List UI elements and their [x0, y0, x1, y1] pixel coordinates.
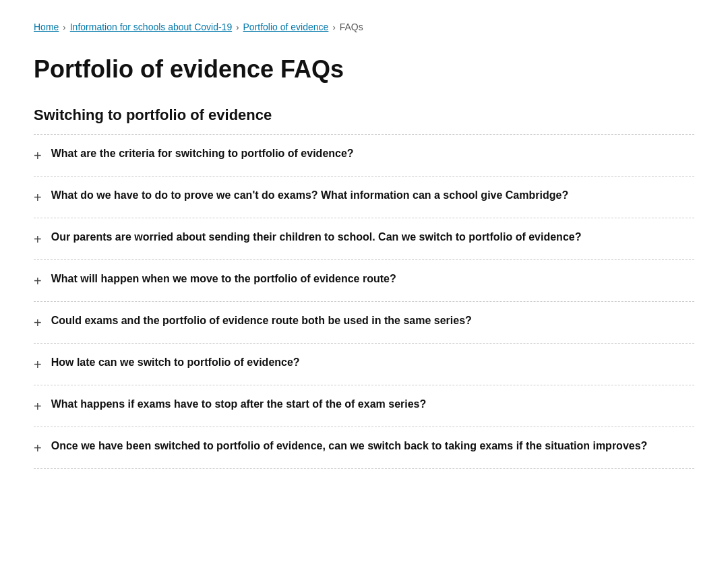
faq-question: What happens if exams have to stop after… — [51, 396, 427, 412]
faq-item: +Could exams and the portfolio of eviden… — [34, 302, 694, 344]
plus-icon: + — [34, 313, 42, 332]
faq-toggle-5[interactable]: +How late can we switch to portfolio of … — [34, 354, 694, 374]
faq-toggle-3[interactable]: +What will happen when we move to the po… — [34, 271, 694, 290]
plus-icon: + — [34, 355, 42, 374]
page-container: Home › Information for schools about Cov… — [0, 0, 728, 503]
faq-toggle-1[interactable]: +What do we have to do to prove we can't… — [34, 187, 694, 207]
breadcrumb-current: FAQs — [340, 20, 363, 34]
section-heading: Switching to portfolio of evidence — [34, 104, 694, 135]
faq-toggle-7[interactable]: +Once we have been switched to portfolio… — [34, 438, 694, 458]
faq-question: What are the criteria for switching to p… — [51, 146, 354, 162]
faq-item: +Once we have been switched to portfolio… — [34, 427, 694, 469]
faq-item: +What are the criteria for switching to … — [34, 135, 694, 177]
faq-question: Our parents are worried about sending th… — [51, 229, 582, 245]
faq-question: What will happen when we move to the por… — [51, 271, 396, 287]
breadcrumb-separator-2: › — [236, 21, 239, 34]
plus-icon: + — [34, 146, 42, 165]
faq-item: +What will happen when we move to the po… — [34, 260, 694, 302]
breadcrumb-portfolio[interactable]: Portfolio of evidence — [243, 20, 329, 34]
breadcrumb-home[interactable]: Home — [34, 20, 59, 34]
faq-toggle-6[interactable]: +What happens if exams have to stop afte… — [34, 396, 694, 416]
breadcrumb-separator-1: › — [63, 21, 65, 34]
faq-question: What do we have to do to prove we can't … — [51, 187, 568, 203]
plus-icon: + — [34, 272, 42, 290]
faq-question: Once we have been switched to portfolio … — [51, 438, 648, 454]
plus-icon: + — [34, 397, 42, 416]
plus-icon: + — [34, 230, 42, 249]
plus-icon: + — [34, 188, 42, 207]
breadcrumb: Home › Information for schools about Cov… — [34, 20, 694, 34]
faq-item: +How late can we switch to portfolio of … — [34, 344, 694, 385]
faq-toggle-4[interactable]: +Could exams and the portfolio of eviden… — [34, 313, 694, 332]
plus-icon: + — [34, 439, 42, 458]
faq-toggle-2[interactable]: +Our parents are worried about sending t… — [34, 229, 694, 249]
breadcrumb-separator-3: › — [332, 21, 335, 34]
faq-item: +What do we have to do to prove we can't… — [34, 177, 694, 218]
faq-item: +Our parents are worried about sending t… — [34, 218, 694, 260]
faq-question: How late can we switch to portfolio of e… — [51, 354, 300, 371]
faq-toggle-0[interactable]: +What are the criteria for switching to … — [34, 146, 694, 165]
faq-list: +What are the criteria for switching to … — [34, 135, 694, 469]
faq-item: +What happens if exams have to stop afte… — [34, 385, 694, 427]
faq-question: Could exams and the portfolio of evidenc… — [51, 313, 472, 329]
breadcrumb-covid[interactable]: Information for schools about Covid-19 — [70, 20, 232, 34]
page-title: Portfolio of evidence FAQs — [34, 55, 694, 84]
